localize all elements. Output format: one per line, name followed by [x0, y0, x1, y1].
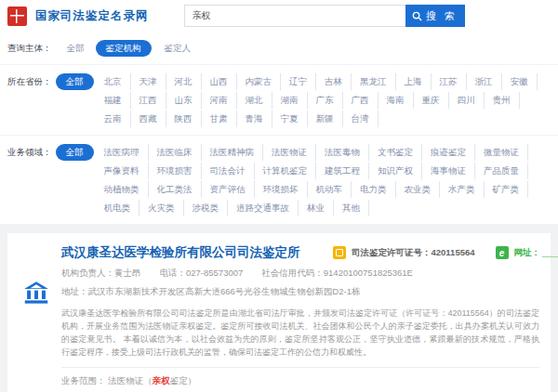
- province-option[interactable]: 湖北: [237, 92, 272, 109]
- institution-icon: [23, 280, 49, 306]
- website-icon: e: [496, 246, 509, 259]
- province-option[interactable]: 湖南: [272, 92, 308, 109]
- phone-field: 电话：027-85573007: [160, 268, 244, 280]
- province-option[interactable]: 安徽: [502, 73, 538, 90]
- domain-option[interactable]: 司法会计: [202, 163, 255, 179]
- province-option[interactable]: 台湾: [343, 111, 379, 127]
- search-button-label: 搜 索: [426, 9, 458, 23]
- domain-option[interactable]: 农业类: [396, 181, 441, 198]
- result-address: 地址：武汉市东湖新技术开发区高新大道666号光谷生物城生物创新园D2-1栋: [61, 286, 539, 298]
- domain-option[interactable]: 痕迹鉴定: [422, 144, 475, 161]
- filter-row-subject: 查询主体： 全部 鉴定机构 鉴定人: [0, 32, 558, 65]
- province-option[interactable]: 西藏: [131, 111, 166, 127]
- search-button[interactable]: 搜 索: [405, 5, 465, 27]
- domain-option[interactable]: 声像资料: [96, 163, 149, 179]
- domain-option[interactable]: 机动车: [308, 181, 352, 198]
- site-title: 国家司法鉴定名录网: [35, 8, 149, 24]
- province-option[interactable]: 山东: [166, 92, 202, 109]
- province-option-list: 北京天津河北山西内蒙古辽宁吉林黑龙江上海江苏浙江安徽福建江西山东河南湖北湖南广东…: [96, 72, 551, 128]
- scope-highlight: 亲权: [153, 375, 170, 385]
- domain-option[interactable]: 涉税类: [184, 200, 229, 216]
- province-option[interactable]: 河北: [166, 73, 202, 90]
- search-icon: [412, 11, 422, 21]
- domain-option[interactable]: 资产评估: [202, 181, 255, 198]
- province-option[interactable]: 北京: [96, 73, 131, 90]
- province-option[interactable]: 贵州: [485, 92, 520, 109]
- province-option[interactable]: 青海: [237, 111, 272, 127]
- province-option[interactable]: 内蒙古: [237, 73, 282, 90]
- province-option[interactable]: 河南: [202, 92, 237, 109]
- license-icon: [333, 246, 346, 259]
- result-description: 武汉康圣达医学检验所有限公司司法鉴定所是由湖北省司法厅审批，并颁发司法鉴定许可证…: [61, 307, 539, 359]
- domain-option[interactable]: 产品质量: [475, 163, 528, 179]
- province-option[interactable]: 吉林: [316, 73, 352, 90]
- domain-option[interactable]: 矿产类: [485, 181, 529, 198]
- result-head: 武汉康圣达医学检验所有限公司司法鉴定所 司法鉴定许可证号：420115564 e…: [61, 244, 539, 261]
- province-option[interactable]: 重庆: [414, 92, 449, 109]
- province-option[interactable]: 江苏: [432, 73, 467, 90]
- result-card: 武汉康圣达医学检验所有限公司司法鉴定所 司法鉴定许可证号：420115564 e…: [7, 233, 551, 392]
- domain-option[interactable]: 微量物证: [475, 144, 528, 161]
- province-option[interactable]: 广西: [343, 92, 379, 109]
- search-bar: 搜 索: [184, 5, 465, 27]
- subject-option-all[interactable]: 全部: [56, 39, 96, 58]
- domain-option[interactable]: 环境损坏: [255, 181, 308, 198]
- domain-option[interactable]: 电力类: [352, 181, 396, 198]
- subject-option-person[interactable]: 鉴定人: [153, 39, 203, 58]
- province-option[interactable]: 天津: [131, 73, 166, 90]
- credit-code-field: 社会信用代码：91420100751825361E: [261, 268, 413, 280]
- domain-option[interactable]: 火灾类: [140, 200, 184, 216]
- filter-row-domain: 业务领域： 全部 法医病理法医临床法医精神病法医物证法医毒物文书鉴定痕迹鉴定微量…: [0, 136, 558, 224]
- province-option[interactable]: 辽宁: [281, 73, 316, 90]
- province-option[interactable]: 浙江: [467, 73, 502, 90]
- domain-option[interactable]: 知识产权: [369, 163, 422, 179]
- province-option[interactable]: 福建: [96, 92, 131, 109]
- province-option[interactable]: 新疆: [308, 111, 343, 127]
- site-logo: [7, 7, 27, 26]
- domain-option[interactable]: 法医毒物: [316, 144, 369, 161]
- province-option[interactable]: 四川: [449, 92, 485, 109]
- domain-option[interactable]: 化工类法: [149, 181, 202, 198]
- province-option[interactable]: 宁夏: [272, 111, 308, 127]
- business-scope: 业务范围： 法医物证（亲权鉴定）: [61, 367, 539, 387]
- domain-option[interactable]: 建筑工程: [316, 163, 369, 179]
- province-option[interactable]: 云南: [96, 111, 131, 127]
- filter-label-subject: 查询主体：: [7, 39, 52, 58]
- domain-option[interactable]: 动植物类: [96, 181, 149, 198]
- province-option[interactable]: 广东: [308, 92, 343, 109]
- website-underline: [542, 248, 558, 257]
- domain-option[interactable]: 其他: [334, 200, 369, 216]
- filter-row-province: 所在省份： 全部 北京天津河北山西内蒙古辽宁吉林黑龙江上海江苏浙江安徽福建江西山…: [0, 65, 558, 136]
- domain-option[interactable]: 法医临床: [149, 144, 202, 161]
- domain-option[interactable]: 机电类: [96, 200, 140, 216]
- result-title[interactable]: 武汉康圣达医学检验所有限公司司法鉴定所: [61, 244, 333, 261]
- domain-option-list: 法医病理法医临床法医精神病法医物证法医毒物文书鉴定痕迹鉴定微量物证声像资料环境损…: [96, 143, 551, 217]
- domain-option[interactable]: 计算机鉴定: [255, 163, 317, 179]
- province-option-all-selected[interactable]: 全部: [56, 73, 94, 90]
- website-group[interactable]: e 网址：: [496, 246, 558, 259]
- province-option[interactable]: 上海: [396, 73, 432, 90]
- domain-option[interactable]: 法医病理: [96, 144, 149, 161]
- province-option[interactable]: 甘肃: [202, 111, 237, 127]
- province-option[interactable]: 山西: [202, 73, 237, 90]
- domain-option[interactable]: 文书鉴定: [369, 144, 422, 161]
- domain-option[interactable]: 法医精神病: [202, 144, 264, 161]
- website-label: 网址：: [514, 247, 541, 259]
- license-group: 司法鉴定许可证号：420115564: [333, 246, 475, 259]
- search-input[interactable]: [184, 5, 405, 27]
- province-option[interactable]: 江西: [131, 92, 166, 109]
- domain-option[interactable]: 环境损害: [149, 163, 202, 179]
- domain-option[interactable]: 道路交通事故: [228, 200, 299, 216]
- subject-option-institution-selected[interactable]: 鉴定机构: [96, 40, 152, 57]
- domain-option[interactable]: 水产类: [440, 181, 485, 198]
- domain-option[interactable]: 海事物证: [422, 163, 475, 179]
- domain-option[interactable]: 法医物证: [263, 144, 316, 161]
- result-meta: 机构负责人：黄士昂 电话：027-85573007 社会信用代码：9142010…: [61, 268, 539, 280]
- domain-option-all-selected[interactable]: 全部: [56, 144, 94, 161]
- province-option[interactable]: 黑龙江: [352, 73, 396, 90]
- header: 国家司法鉴定名录网 搜 索: [0, 0, 558, 32]
- filter-label-domain: 业务领域：: [7, 143, 52, 162]
- domain-option[interactable]: 林业: [299, 200, 334, 216]
- province-option[interactable]: 海南: [379, 92, 414, 109]
- province-option[interactable]: 陕西: [166, 111, 202, 127]
